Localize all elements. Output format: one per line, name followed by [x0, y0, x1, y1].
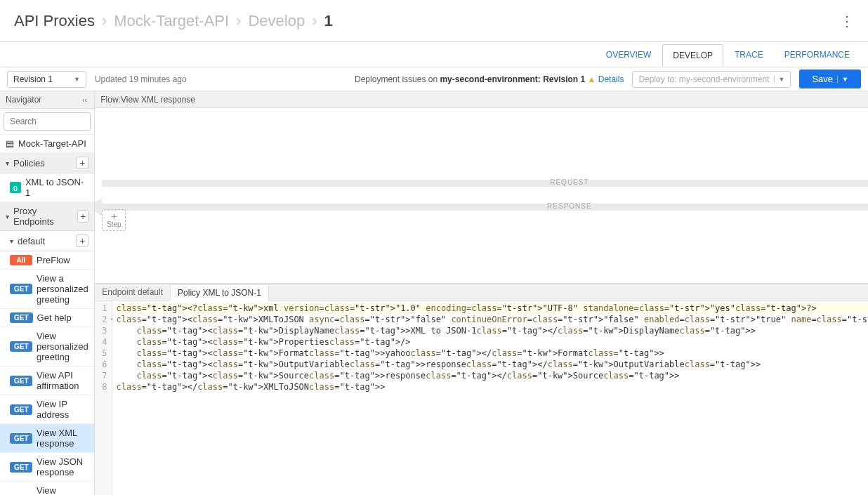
code-tab-policy[interactable]: Policy XML to JSON-1: [171, 284, 269, 301]
tree-policy-item[interactable]: {} XML to JSON-1: [0, 173, 94, 202]
view-tabs: OVERVIEW DEVELOP TRACE PERFORMANCE: [0, 42, 868, 67]
response-label: RESPONSE: [547, 202, 592, 210]
caret-down-icon: ▼: [74, 76, 80, 83]
method-badge: GET: [10, 404, 32, 415]
navigator-tree: ▤ Mock-Target-API ▾ Policies + {} XML to…: [0, 135, 94, 495]
add-response-step-button[interactable]: + Step: [102, 209, 126, 231]
flow-name: View API affirmation: [37, 370, 88, 391]
tab-develop[interactable]: DEVELOP: [662, 44, 723, 67]
breadcrumb-root[interactable]: API Proxies: [14, 12, 95, 30]
collapse-left-icon[interactable]: ‹‹: [81, 94, 88, 105]
response-pipeline: [102, 204, 868, 211]
tree-flow-item[interactable]: GETView IP address: [0, 395, 94, 424]
tab-overview[interactable]: OVERVIEW: [596, 44, 661, 65]
tree-flow-item[interactable]: GETView XML response: [0, 424, 94, 453]
caret-down-icon: ▾: [10, 237, 13, 245]
main-area: Navigator ‹‹ ▤ Mock-Target-API ▾ Policie…: [0, 91, 868, 495]
code-tab-endpoint[interactable]: Endpoint default: [95, 284, 171, 300]
add-policy-button[interactable]: +: [76, 157, 88, 169]
flow-name: View a personalized greeting: [37, 273, 88, 305]
flow-header: Flow: View XML response Help for Selecte…: [95, 91, 868, 108]
tab-trace[interactable]: TRACE: [725, 44, 773, 65]
tree-section-policies[interactable]: ▾ Policies +: [0, 153, 94, 173]
flow-name: Get help: [37, 312, 72, 323]
warning-icon: ▲: [588, 74, 596, 84]
tree-flow-item[interactable]: GETGet help: [0, 309, 94, 327]
deployment-issues: Deployment issues on my-second-environme…: [355, 74, 624, 84]
arrow-left-icon: [95, 198, 102, 216]
plus-icon: +: [103, 212, 125, 220]
method-badge: All: [10, 255, 32, 265]
request-pipeline: [102, 180, 868, 187]
caret-down-icon: ▼: [837, 76, 848, 83]
chevron-right-icon: ›: [312, 12, 317, 30]
page-header: API Proxies › Mock-Target-API › Develop …: [0, 0, 868, 42]
flow-name: PreFlow: [37, 255, 70, 265]
flow-name: View request headers and body: [37, 485, 88, 495]
breadcrumb-revision: 1: [324, 12, 332, 30]
navigator-header: Navigator ‹‹: [0, 91, 94, 109]
add-flow-button[interactable]: +: [76, 235, 88, 247]
navigator-search: [0, 109, 94, 135]
breadcrumb: API Proxies › Mock-Target-API › Develop …: [14, 12, 333, 30]
flow-name: View XML response: [37, 428, 88, 449]
search-input[interactable]: [4, 112, 91, 131]
chevron-right-icon: ›: [102, 12, 107, 30]
updated-text: Updated 19 minutes ago: [95, 74, 187, 84]
caret-down-icon: ▾: [6, 159, 9, 167]
code-gutter: 12345678: [95, 301, 112, 495]
breadcrumb-section[interactable]: Develop: [248, 12, 305, 30]
code-tabs: Endpoint default Policy XML to JSON-1 ︾: [95, 284, 868, 301]
flow-name: View IP address: [37, 399, 88, 420]
chevron-right-icon: ›: [236, 12, 241, 30]
caret-down-icon: ▼: [774, 76, 785, 83]
deploy-to-dropdown[interactable]: Deploy to: my-second-environment ▼: [632, 71, 791, 88]
tree-flow-item[interactable]: GETView API affirmation: [0, 367, 94, 395]
tree-flow-item[interactable]: GETView a personalized greeting: [0, 270, 94, 309]
tree-proxy-default[interactable]: ▾ default +: [0, 231, 94, 251]
proxy-icon: ▤: [6, 138, 14, 149]
tab-performance[interactable]: PERFORMANCE: [775, 44, 860, 65]
request-label: REQUEST: [550, 178, 588, 186]
editor-panel: Flow: View XML response Help for Selecte…: [95, 91, 868, 495]
method-badge: GET: [10, 341, 32, 352]
breadcrumb-proxy[interactable]: Mock-Target-API: [114, 12, 229, 30]
caret-down-icon: ▾: [6, 213, 9, 220]
method-badge: GET: [10, 284, 32, 294]
method-badge: GET: [10, 433, 32, 444]
flow-name: View JSON response: [37, 456, 88, 477]
tree-section-proxy-endpoints[interactable]: ▾ Proxy Endpoints +: [0, 202, 94, 231]
xml-json-icon: {}: [10, 182, 21, 193]
method-badge: GET: [10, 462, 32, 473]
save-button[interactable]: Save ▼: [799, 70, 861, 88]
tree-flow-item[interactable]: AllPreFlow: [0, 251, 94, 270]
revision-label: Revision 1: [13, 74, 53, 84]
navigator-panel: Navigator ‹‹ ▤ Mock-Target-API ▾ Policie…: [0, 91, 95, 495]
flow-name: View personalized greeting: [37, 331, 88, 362]
flow-diagram: + Step REQUEST RESPONSE + Step ↓ { } XML…: [95, 108, 868, 284]
tree-flow-item[interactable]: GETView JSON response: [0, 453, 94, 482]
method-badge: GET: [10, 376, 32, 386]
tree-flow-item[interactable]: GETView personalized greeting: [0, 327, 94, 367]
details-link[interactable]: Details: [598, 74, 624, 84]
more-menu-icon[interactable]: ⋮: [840, 13, 854, 29]
revision-dropdown[interactable]: Revision 1 ▼: [7, 71, 86, 88]
method-badge: GET: [10, 312, 33, 323]
add-proxy-endpoint-button[interactable]: +: [77, 210, 88, 223]
tree-proxy-root[interactable]: ▤ Mock-Target-API: [0, 135, 94, 153]
tree-flow-item[interactable]: GETView request headers and body: [0, 482, 94, 495]
code-lines[interactable]: class="t-tag"><?class="t-kw">xml version…: [112, 301, 868, 495]
code-editor[interactable]: 12345678 class="t-tag"><?class="t-kw">xm…: [95, 301, 868, 495]
toolbar: Revision 1 ▼ Updated 19 minutes ago Depl…: [0, 67, 868, 91]
